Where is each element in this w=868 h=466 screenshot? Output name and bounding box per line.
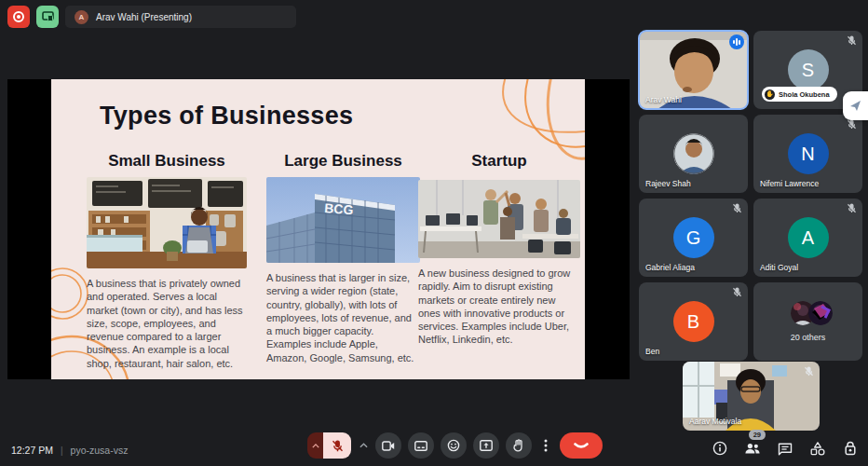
rajeev-shah-photo-avatar <box>673 133 714 174</box>
participant-tile-nifemi-lawrence[interactable]: N Nifemi Lawrence <box>753 115 862 193</box>
participant-name: Aditi Goyal <box>760 263 798 272</box>
more-options-button[interactable] <box>538 432 553 459</box>
meeting-info: 12:27 PM | pyo-zusa-vsz <box>11 445 128 456</box>
mic-off-icon <box>847 35 857 46</box>
participant-tile-arav-wahi[interactable]: Arav Wahi <box>639 31 748 109</box>
presenter-avatar: A <box>75 10 88 24</box>
participants-grid: Arav Wahi S ✋ Shola Okubena Rajeev Shah … <box>639 31 862 361</box>
end-call-button[interactable] <box>560 432 603 459</box>
chevron-up-icon <box>359 443 368 448</box>
bcg-building-photo: BCG <box>266 177 420 263</box>
participant-name: Arav Wahi <box>645 95 682 104</box>
hand-raised-chip: ✋ Shola Okubena <box>762 87 837 102</box>
host-controls-button[interactable] <box>842 440 859 457</box>
participant-name: Rajeev Shah <box>645 179 691 188</box>
overflow-participants-tile[interactable]: 20 others <box>753 282 862 361</box>
mic-off-icon <box>732 287 742 297</box>
column-body: A new business designed to grow rapidly.… <box>418 267 580 347</box>
audio-level-icon <box>729 34 744 49</box>
avatar-initial: G <box>673 217 714 258</box>
column-heading: Small Business <box>87 152 247 171</box>
meeting-panels: 29 <box>712 440 859 457</box>
captions-icon <box>414 441 427 451</box>
mic-button-group <box>307 432 351 459</box>
mic-off-icon <box>804 366 814 377</box>
mic-off-icon <box>332 440 344 452</box>
call-controls <box>307 432 603 459</box>
slide-title: Types of Businesses <box>100 102 353 130</box>
mic-off-icon <box>847 203 857 213</box>
participant-name: Gabriel Aliaga <box>645 263 695 272</box>
mic-options-button[interactable] <box>307 432 323 459</box>
chat-icon <box>778 442 793 456</box>
overflow-avatar <box>808 301 833 325</box>
more-vertical-icon <box>544 439 548 452</box>
participant-name: Aarav Motivala <box>689 417 741 426</box>
people-icon <box>744 442 761 455</box>
mic-toggle-button[interactable] <box>323 432 351 459</box>
clock-time: 12:27 PM <box>11 445 53 456</box>
participant-tile-aditi-goyal[interactable]: A Aditi Goyal <box>753 199 862 277</box>
divider: | <box>61 445 63 456</box>
column-body: A business that is privately owned and o… <box>87 277 247 370</box>
captions-button[interactable] <box>408 432 434 459</box>
shared-slide: Types of Businesses Small Business <box>51 79 585 379</box>
reactions-button[interactable] <box>441 432 467 459</box>
column-body: A business that is larger in size, servi… <box>266 271 420 364</box>
chat-button[interactable] <box>777 440 793 457</box>
participant-tile-ben[interactable]: B Ben <box>639 282 748 361</box>
device-screen-icon <box>42 11 54 22</box>
participant-name: Nifemi Lawrence <box>760 179 819 188</box>
participant-tile-rajeev-shah[interactable]: Rajeev Shah <box>639 115 748 193</box>
bcg-logo-text: BCG <box>324 200 354 217</box>
screen-share-indicator-icon <box>36 6 59 28</box>
chevron-up-icon <box>312 444 319 448</box>
column-heading: Startup <box>418 152 580 171</box>
cafe-owner-photo <box>87 177 247 268</box>
mic-off-icon <box>847 119 857 130</box>
raised-hand-icon: ✋ <box>765 89 775 100</box>
people-button[interactable]: 29 <box>744 440 761 457</box>
mic-off-icon <box>732 203 742 213</box>
recording-indicator-icon <box>7 6 30 28</box>
participant-name: Shola Okubena <box>779 90 830 99</box>
participant-name: Ben <box>645 347 659 356</box>
present-screen-icon <box>480 440 493 451</box>
raise-hand-icon <box>513 439 524 452</box>
overflow-count-label: 20 others <box>791 333 826 342</box>
avatar-initial: N <box>788 133 829 174</box>
pointer-plane-icon <box>849 100 861 112</box>
presenter-label: Arav Wahi (Presenting) <box>96 12 192 22</box>
camera-options-button[interactable] <box>358 443 369 448</box>
slide-column-small-business: Small Business A business that is pr <box>87 152 247 370</box>
camera-icon <box>382 441 395 451</box>
slide-column-large-business: Large Business BCG A business that is la… <box>266 152 420 364</box>
avatar-initial: A <box>788 217 829 258</box>
participant-tile-gabriel-aliaga[interactable]: G Gabriel Aliaga <box>639 199 748 277</box>
smiley-icon <box>447 439 460 452</box>
startup-office-photo <box>418 180 580 258</box>
end-call-icon <box>573 442 590 449</box>
column-heading: Large Business <box>266 152 420 171</box>
raise-hand-button[interactable] <box>506 432 532 459</box>
top-bar: A Arav Wahi (Presenting) <box>7 6 296 28</box>
info-button[interactable] <box>712 440 728 457</box>
camera-toggle-button[interactable] <box>375 432 401 459</box>
self-view-tile[interactable]: Aarav Motivala <box>683 362 820 431</box>
slide-column-startup: Startup A new business designed to grow … <box>418 152 580 347</box>
info-icon <box>712 441 727 456</box>
avatar-initial: S <box>788 49 829 90</box>
present-screen-button[interactable] <box>473 432 499 459</box>
meeting-code: pyo-zusa-vsz <box>71 445 129 456</box>
presentation-stage: Types of Businesses Small Business <box>7 79 630 379</box>
activities-icon <box>810 442 825 456</box>
presenter-chip[interactable]: A Arav Wahi (Presenting) <box>65 6 296 28</box>
lock-icon <box>844 441 857 456</box>
avatar-initial: B <box>673 301 714 342</box>
activities-button[interactable] <box>809 440 826 457</box>
participants-count-badge: 29 <box>749 430 766 440</box>
side-panel-handle[interactable] <box>843 91 868 120</box>
